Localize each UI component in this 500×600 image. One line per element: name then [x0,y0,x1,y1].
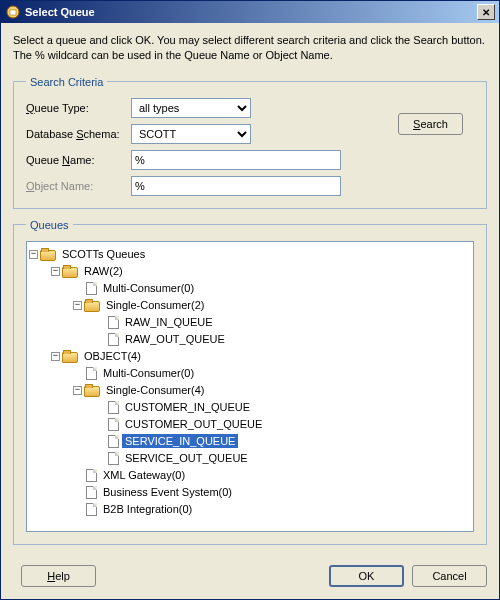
tree-label: RAW(2) [81,264,126,278]
file-icon [108,435,119,448]
file-icon [108,316,119,329]
tree-node-bes[interactable]: Business Event System(0) [29,484,471,501]
tree-node-obj-single[interactable]: − Single-Consumer(4) [29,382,471,399]
tree-node-b2b[interactable]: B2B Integration(0) [29,501,471,518]
tree-label: SERVICE_OUT_QUEUE [122,451,251,465]
folder-icon [84,386,100,397]
queue-name-label: Queue Name: [26,154,131,166]
file-icon [86,486,97,499]
tree-node-root[interactable]: − SCOTTs Queues [29,246,471,263]
file-icon [86,503,97,516]
tree-node-xml[interactable]: XML Gateway(0) [29,467,471,484]
file-icon [86,469,97,482]
folder-icon [84,301,100,312]
queue-type-label: Queue Type: [26,102,131,114]
tree-label: XML Gateway(0) [100,468,188,482]
tree-node-raw-multi[interactable]: Multi-Consumer(0) [29,280,471,297]
file-icon [86,367,97,380]
file-icon [108,333,119,346]
instructions-text: Select a queue and click OK. You may sel… [13,33,487,64]
expand-icon[interactable]: − [51,352,60,361]
file-icon [108,418,119,431]
expand-icon[interactable]: − [29,250,38,259]
object-name-label: Object Name: [26,180,131,192]
tree-label: RAW_OUT_QUEUE [122,332,228,346]
search-criteria-legend: Search Criteria [26,76,107,88]
queue-tree[interactable]: − SCOTTs Queues − RAW(2) Multi-Consumer(… [26,241,474,532]
tree-node-object[interactable]: − OBJECT(4) [29,348,471,365]
tree-label: CUSTOMER_OUT_QUEUE [122,417,265,431]
file-icon [86,282,97,295]
tree-label: B2B Integration(0) [100,502,195,516]
queues-legend: Queues [26,219,73,231]
tree-node-cust-in[interactable]: CUSTOMER_IN_QUEUE [29,399,471,416]
tree-label: Single-Consumer(4) [103,383,207,397]
button-bar: Help OK Cancel [1,555,499,599]
tree-node-cust-out[interactable]: CUSTOMER_OUT_QUEUE [29,416,471,433]
tree-node-serv-in[interactable]: SERVICE_IN_QUEUE [29,433,471,450]
cancel-button[interactable]: Cancel [412,565,487,587]
dialog-window: Select Queue ✕ Select a queue and click … [0,0,500,600]
database-schema-label: Database Schema: [26,128,131,140]
tree-node-raw-in[interactable]: RAW_IN_QUEUE [29,314,471,331]
tree-label: Multi-Consumer(0) [100,281,197,295]
expand-icon[interactable]: − [51,267,60,276]
tree-label: Business Event System(0) [100,485,235,499]
search-button[interactable]: Search [398,113,463,135]
tree-label: RAW_IN_QUEUE [122,315,216,329]
search-criteria-group: Search Criteria Queue Type: all types Da… [13,76,487,209]
folder-icon [40,250,56,261]
folder-icon [62,352,78,363]
expand-icon[interactable]: − [73,386,82,395]
tree-node-raw-single[interactable]: − Single-Consumer(2) [29,297,471,314]
queue-name-input[interactable] [131,150,341,170]
queue-type-select[interactable]: all types [131,98,251,118]
content-area: Select a queue and click OK. You may sel… [1,23,499,555]
file-icon [108,401,119,414]
close-button[interactable]: ✕ [477,4,495,20]
tree-label-selected: SERVICE_IN_QUEUE [122,434,238,448]
object-name-input[interactable] [131,176,341,196]
tree-label: CUSTOMER_IN_QUEUE [122,400,253,414]
tree-node-raw-out[interactable]: RAW_OUT_QUEUE [29,331,471,348]
window-title: Select Queue [25,6,477,18]
tree-label: Single-Consumer(2) [103,298,207,312]
tree-node-obj-multi[interactable]: Multi-Consumer(0) [29,365,471,382]
help-button[interactable]: Help [21,565,96,587]
svg-rect-1 [10,10,16,15]
folder-icon [62,267,78,278]
ok-button[interactable]: OK [329,565,404,587]
app-icon [5,4,21,20]
tree-node-raw[interactable]: − RAW(2) [29,263,471,280]
title-bar: Select Queue ✕ [1,1,499,23]
tree-label: Multi-Consumer(0) [100,366,197,380]
queues-group: Queues − SCOTTs Queues − RAW(2) Multi-Co [13,219,487,545]
tree-node-serv-out[interactable]: SERVICE_OUT_QUEUE [29,450,471,467]
database-schema-select[interactable]: SCOTT [131,124,251,144]
file-icon [108,452,119,465]
tree-label: SCOTTs Queues [59,247,148,261]
tree-label: OBJECT(4) [81,349,144,363]
expand-icon[interactable]: − [73,301,82,310]
